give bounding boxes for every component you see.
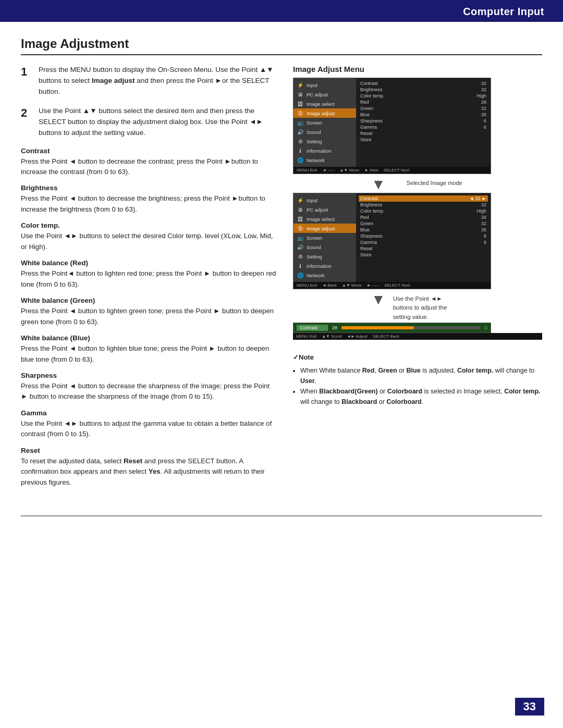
down-arrow-2: ▼	[371, 292, 386, 307]
menu2-right-contrast: Contrast◄ 32 ►	[359, 195, 488, 202]
down-arrow-1: ▼	[371, 177, 386, 192]
menu1-item-sound: 🔊Sound	[293, 127, 356, 137]
contrast-bar-fill	[341, 326, 414, 329]
menu2-right-store: Store	[360, 252, 486, 258]
subsection-gamma-title: Gamma	[21, 409, 276, 417]
menu1-left: ⚡Input 🖥PC adjust 🖼Image select 🎨Image a…	[293, 78, 356, 167]
page-header: Computer Input	[0, 2, 563, 22]
menu2-right-blue: Blue35	[360, 227, 486, 233]
menu2-footer-next: ► -----	[367, 283, 379, 288]
subsection-sharpness-text: Press the Point ◄ button to decrease the…	[21, 381, 276, 402]
subsection-wb-blue: White balance (Blue) Press the Point ◄ b…	[21, 334, 276, 365]
menu2-footer-exit: MENU Exit	[297, 283, 317, 288]
input-icon: ⚡	[297, 81, 304, 89]
menu2-information-icon: ℹ	[297, 262, 304, 269]
subsection-wb-green: White balance (Green) Press the Point ◄ …	[21, 297, 276, 327]
pcadjust-icon: 🖥	[297, 91, 304, 98]
menu2-footer-back: ◄ Back	[322, 283, 337, 288]
menu2-item-input: ⚡Input	[293, 195, 356, 205]
menu2-input-icon: ⚡	[297, 196, 304, 204]
contrast-footer-scroll: ▲▼ Scroll	[322, 334, 341, 339]
menu2-imageselect-icon: 🖼	[297, 215, 304, 223]
menu-screenshot-1: ⚡Input 🖥PC adjust 🖼Image select 🎨Image a…	[293, 78, 491, 174]
subsection-brightness-text: Press the Point ◄ button to decrease the…	[21, 193, 276, 215]
step-1-text: Press the MENU button to display the On-…	[39, 65, 276, 97]
subsection-contrast: Contrast Press the Point ◄ button to dec…	[21, 147, 276, 178]
subsection-reset-text: To reset the adjusted data, select Reset…	[21, 456, 276, 488]
menu2-right-gamma: Gamma8	[360, 239, 486, 245]
header-title: Computer Input	[463, 6, 544, 17]
menu2-setting-icon: ⚙	[297, 253, 304, 260]
sound-icon: 🔊	[297, 128, 304, 135]
subsection-wb-red-title: White balance (Red)	[21, 259, 276, 267]
contrast-footer-back: SELECT Back	[373, 334, 399, 339]
information-icon: ℹ	[297, 147, 304, 154]
subsection-wb-blue-title: White balance (Blue)	[21, 334, 276, 342]
menu1-right-store: Store	[360, 137, 486, 143]
menu1-footer-next: ► Next	[364, 168, 378, 172]
selected-image-mode-label: Selected Image mode	[407, 179, 462, 187]
subsection-colortemp-text: Use the Point ◄► buttons to select the d…	[21, 231, 276, 252]
subsection-brightness: Brightness Press the Point ◄ button to d…	[21, 184, 276, 215]
menu1-right-colortemp: Color temp.High	[360, 93, 486, 99]
menu1-right-reset: Reset	[360, 130, 486, 137]
subsection-colortemp: Color temp. Use the Point ◄► buttons to …	[21, 221, 276, 252]
contrast-footer-adjust: ◄► Adjust	[347, 334, 368, 339]
contrast-bar-value: 28	[332, 325, 337, 330]
menu1-item-imageselect: 🖼Image select	[293, 99, 356, 108]
contrast-footer: MENU Exit ▲▼ Scroll ◄► Adjust SELECT Bac…	[293, 333, 542, 340]
arrow-and-label-1: ▼ Selected Image mode	[371, 177, 542, 192]
menu1-right-blue: Blue35	[360, 112, 486, 118]
menu1-item-network: 🌐Network	[293, 155, 356, 165]
menu2-sound-icon: 🔊	[297, 243, 304, 251]
menu2-item-imageselect: 🖼Image select	[293, 214, 356, 224]
subsection-contrast-title: Contrast	[21, 147, 276, 155]
menu2-right-red: Red28	[360, 214, 486, 220]
subsection-wb-green-title: White balance (Green)	[21, 297, 276, 304]
menu2-item-imageadjust: 🎨Image adjust	[293, 224, 356, 233]
menu2-imageadjust-icon: 🎨	[297, 225, 304, 232]
menu1-item-information: ℹInformation	[293, 146, 356, 155]
menu2-pcadjust-icon: 🖥	[297, 206, 304, 213]
menu1-right-contrast: Contrast32	[360, 80, 486, 87]
menu1-right-gamma: Gamma6	[360, 124, 486, 130]
note-item-2: When Blackboard(Green) or Colorboard is …	[300, 386, 542, 407]
step-2: 2 Use the Point ▲▼ buttons select the de…	[21, 106, 276, 139]
subsection-colortemp-title: Color temp.	[21, 221, 276, 229]
menu2-footer-select: SELECT Next	[384, 283, 410, 288]
menu1-right-sharpness: Sharpness6	[360, 118, 486, 124]
note-section: ✓Note When White balance Red, Green or B…	[293, 352, 542, 407]
menu2-item-information: ℹInformation	[293, 261, 356, 270]
menu1-item-input: ⚡Input	[293, 80, 356, 90]
menu2-footer: MENU Exit ◄ Back ▲▼ Move ► ----- SELECT …	[293, 282, 491, 289]
menu1-item-imageadjust: 🎨Image adjust	[293, 108, 356, 118]
contrast-bar-end: □	[485, 325, 487, 330]
contrast-footer-exit: MENU Exit	[296, 334, 316, 339]
menu1-right-red: Red28	[360, 99, 486, 105]
contrast-bar-row: Contrast 28 □	[297, 325, 487, 331]
subsection-reset: Reset To reset the adjusted data, select…	[21, 447, 276, 488]
arrow-and-hint: ▼ Use the Point ◄►buttons to adjust thes…	[371, 292, 542, 322]
menu1-item-screen: 📺Screen	[293, 118, 356, 127]
imageadjust-icon: 🎨	[297, 109, 304, 117]
menu2-item-setting: ⚙Setting	[293, 252, 356, 261]
menu1-footer: MENU Exit ◄ ----- ▲▼ Move ► Next SELECT …	[293, 167, 491, 174]
subsection-reset-title: Reset	[21, 447, 276, 454]
subsection-sharpness-title: Sharpness	[21, 372, 276, 379]
right-column: Image Adjust Menu ⚡Input 🖥PC adjust 🖼Ima…	[293, 65, 542, 495]
step-1: 1 Press the MENU button to display the O…	[21, 65, 276, 97]
section-title: Image Adjustment	[21, 36, 542, 55]
contrast-bar-screen: Contrast 28 □	[293, 323, 491, 333]
subsection-wb-blue-text: Press the Point ◄ button to lighten blue…	[21, 343, 276, 365]
menu2-right-colortemp: Color temp.High	[360, 208, 486, 214]
menu-panel-label: Image Adjust Menu	[293, 65, 542, 73]
contrast-bar-label: Contrast	[297, 325, 328, 331]
menu2-right-reset: Reset	[360, 245, 486, 252]
subsection-wb-red-text: Press the Point◄ button to lighten red t…	[21, 268, 276, 290]
step-2-text: Use the Point ▲▼ buttons select the desi…	[39, 106, 276, 139]
network-icon: 🌐	[297, 156, 304, 164]
menu2-right-brightness: Brightness32	[360, 202, 486, 208]
menu2-item-sound: 🔊Sound	[293, 242, 356, 252]
menu2-footer-move: ▲▼ Move	[342, 283, 362, 288]
subsection-contrast-text: Press the Point ◄ button to decrease the…	[21, 156, 276, 178]
